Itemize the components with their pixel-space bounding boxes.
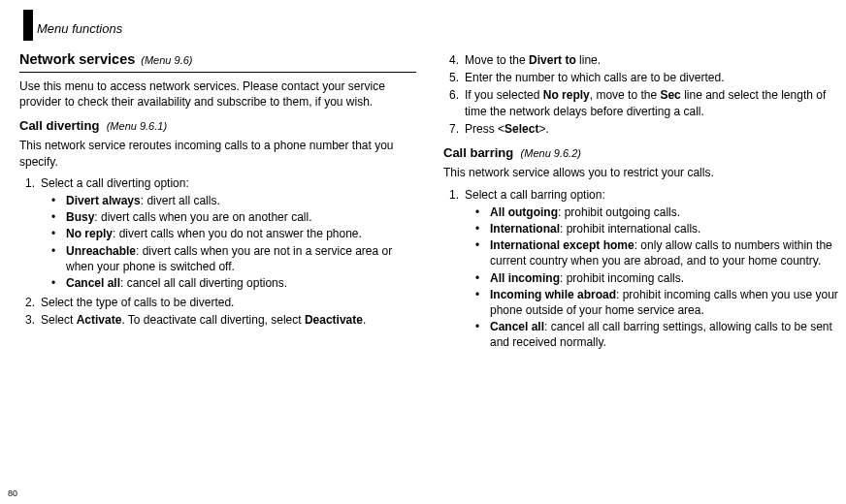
subsection-intro: This network service reroutes incoming c… — [19, 138, 416, 169]
step-body: Select a call barring option: • All outg… — [465, 187, 840, 353]
bullet-icon: • — [465, 237, 490, 268]
running-header: Menu functions — [37, 21, 122, 36]
content-columns: Network services (Menu 9.6) Use this men… — [19, 50, 840, 355]
bold-term: Activate — [77, 313, 122, 327]
subsection-title-text: Call barring — [443, 145, 513, 160]
bullet-body: Divert always: divert all calls. — [66, 193, 416, 208]
list-item: • Cancel all: cancel all call diverting … — [41, 275, 416, 291]
numbered-list: 4. Move to the Divert to line. 5. Enter … — [443, 52, 840, 137]
list-item: 2. Select the type of calls to be divert… — [19, 295, 416, 310]
bullet-label: Cancel all — [490, 320, 544, 333]
step-number: 1. — [443, 187, 465, 353]
step-number: 7. — [443, 121, 465, 137]
step-text: Select a call diverting option: — [41, 176, 189, 190]
list-item: 1. Select a call barring option: • All o… — [443, 187, 840, 353]
step-number: 6. — [443, 87, 465, 118]
section-title-text: Network services — [19, 50, 135, 70]
text: line. — [576, 53, 601, 67]
numbered-list: 1. Select a call barring option: • All o… — [443, 187, 840, 353]
step-number: 4. — [443, 52, 465, 68]
section-menu-ref: (Menu 9.6) — [141, 53, 192, 68]
bullet-icon: • — [41, 226, 66, 241]
text: Press < — [465, 122, 504, 136]
bullet-label: Divert always — [66, 194, 141, 207]
bullet-label: Unreachable — [66, 244, 136, 258]
bullet-desc: : divert calls when you do not answer th… — [113, 227, 362, 240]
bullet-desc: : divert all calls. — [141, 194, 220, 207]
bullet-label: No reply — [66, 227, 113, 240]
list-item: • International except home: only allow … — [465, 237, 840, 268]
bullet-label: Busy — [66, 210, 94, 224]
step-body: If you selected No reply, move to the Se… — [465, 87, 840, 118]
subsection-intro: This network service allows you to restr… — [443, 165, 840, 180]
bold-term: Divert to — [529, 53, 576, 67]
list-item: • Divert always: divert all calls. — [41, 193, 416, 208]
bullet-icon: • — [465, 319, 490, 350]
text: , move to the — [590, 88, 661, 102]
column-right: 4. Move to the Divert to line. 5. Enter … — [443, 50, 840, 355]
list-item: 4. Move to the Divert to line. — [443, 52, 840, 68]
bullet-desc: : cancel all call diverting options. — [120, 276, 287, 290]
header-accent — [23, 10, 33, 41]
bullet-label: International — [490, 222, 560, 236]
bullet-label: All outgoing — [490, 205, 558, 219]
bullet-desc: : prohibit outgoing calls. — [558, 205, 680, 219]
step-body: Select a call diverting option: • Divert… — [41, 175, 416, 293]
bullet-icon: • — [465, 205, 490, 220]
bullet-icon: • — [465, 221, 490, 236]
subsection-menu-ref: (Menu 9.6.2) — [521, 147, 581, 159]
bullet-body: No reply: divert calls when you do not a… — [66, 226, 416, 241]
list-item: • Busy: divert calls when you are on ano… — [41, 209, 416, 225]
bullet-body: Busy: divert calls when you are on anoth… — [66, 209, 416, 225]
bullet-body: Cancel all: cancel all call barring sett… — [490, 319, 840, 350]
subsection-menu-ref: (Menu 9.6.1) — [107, 120, 167, 132]
bullet-label: Cancel all — [66, 276, 120, 290]
bullet-icon: • — [41, 209, 66, 225]
list-item: 5. Enter the number to which calls are t… — [443, 70, 840, 85]
bullet-icon: • — [465, 270, 490, 286]
list-item: • International: prohibit international … — [465, 221, 840, 236]
bullet-label: Incoming while abroad — [490, 288, 616, 301]
step-number: 3. — [19, 312, 41, 328]
bullet-icon: • — [41, 193, 66, 208]
step-number: 1. — [19, 175, 41, 293]
list-item: 7. Press <Select>. — [443, 121, 840, 137]
bold-term: Sec — [660, 88, 680, 102]
step-body: Press <Select>. — [465, 121, 840, 137]
step-number: 2. — [19, 295, 41, 310]
list-item: 1. Select a call diverting option: • Div… — [19, 175, 416, 293]
step-body: Select the type of calls to be diverted. — [41, 295, 416, 310]
bullet-desc: : divert calls when you are on another c… — [94, 210, 311, 224]
bold-term: Deactivate — [305, 313, 363, 327]
bullet-icon: • — [41, 275, 66, 291]
bullet-body: All incoming: prohibit incoming calls. — [490, 270, 840, 286]
step-number: 5. — [443, 70, 465, 85]
bullet-desc: : prohibit international calls. — [560, 222, 700, 236]
section-intro: Use this menu to access network services… — [19, 79, 416, 110]
list-item: • Unreachable: divert calls when you are… — [41, 243, 416, 274]
step-body: Select Activate. To deactivate call dive… — [41, 312, 416, 328]
step-body: Move to the Divert to line. — [465, 52, 840, 68]
bullet-icon: • — [41, 243, 66, 274]
page: Menu functions Network services (Menu 9.… — [0, 0, 846, 504]
column-left: Network services (Menu 9.6) Use this men… — [19, 50, 416, 355]
bullet-body: Incoming while abroad: prohibit incoming… — [490, 287, 840, 318]
list-item: 3. Select Activate. To deactivate call d… — [19, 312, 416, 328]
list-item: • No reply: divert calls when you do not… — [41, 226, 416, 241]
text: Select — [41, 313, 77, 327]
bullet-body: International: prohibit international ca… — [490, 221, 840, 236]
list-item: • Cancel all: cancel all call barring se… — [465, 319, 840, 350]
list-item: 6. If you selected No reply, move to the… — [443, 87, 840, 118]
text: . To deactivate call diverting, select — [121, 313, 305, 327]
text: . — [363, 313, 366, 327]
bold-term: Select — [504, 122, 538, 136]
bullet-body: Cancel all: cancel all call diverting op… — [66, 275, 416, 291]
list-item: • Incoming while abroad: prohibit incomi… — [465, 287, 840, 318]
step-body: Enter the number to which calls are to b… — [465, 70, 840, 85]
bullet-body: Unreachable: divert calls when you are n… — [66, 243, 416, 274]
page-number: 80 — [8, 488, 17, 498]
step-text: Select a call barring option: — [465, 188, 605, 202]
bold-term: No reply — [543, 88, 590, 102]
bullet-body: All outgoing: prohibit outgoing calls. — [490, 205, 840, 220]
numbered-list: 1. Select a call diverting option: • Div… — [19, 175, 416, 329]
